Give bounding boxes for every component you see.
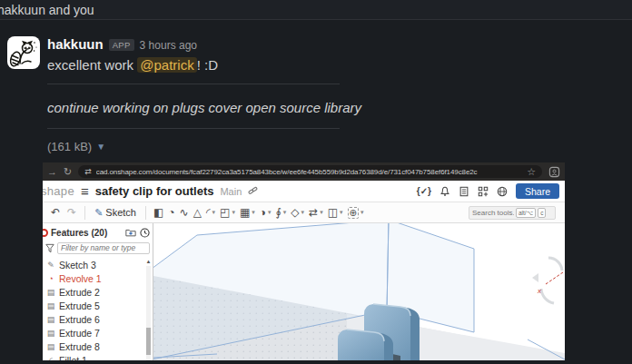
raccoon-avatar-art — [7, 36, 40, 69]
tool-plane-icon: ◇▾ — [289, 206, 306, 219]
feature-item-extrude-8: ▤Extrude 8 — [43, 339, 145, 353]
attachment-divider-top — [47, 84, 340, 84]
x-axis-indicator: x — [537, 272, 563, 295]
revolve-icon: ◔ — [46, 274, 55, 283]
tool-loft-icon: △ — [192, 206, 203, 219]
tool-linear-pattern-icon: ▦▾ — [238, 206, 257, 219]
dropdown-caret-icon: ▾ — [360, 209, 364, 216]
attachment-title: continue working on plugs cover open sou… — [47, 99, 621, 117]
tool-shell-icon: ◰▾ — [218, 206, 237, 219]
avatar[interactable] — [7, 36, 40, 69]
file-size: (161 kB) — [47, 140, 92, 153]
share-button: Share — [516, 183, 559, 199]
scroll-up-icon: ▲ — [145, 258, 152, 265]
extrude-icon: ▤ — [46, 301, 55, 310]
feature-item-extrude-5: ▤Extrude 5 — [43, 299, 145, 312]
dropdown-caret-icon: ▾ — [268, 209, 272, 216]
feature-item-fillet-1: ◜Fillet 1 — [43, 353, 145, 360]
attachment-preview-image[interactable]: → ↻ ⇄ cad.onshape.com/documents/fcaf2279… — [43, 162, 565, 360]
feature-item-extrude-2: ▤Extrude 2 — [43, 285, 145, 299]
message-timestamp[interactable]: 3 hours ago — [140, 39, 197, 52]
pencil-icon: ✎ — [94, 207, 103, 219]
cad-model-scene: x — [153, 223, 565, 360]
feature-item-extrude-6: ▤Extrude 6 — [43, 312, 145, 326]
scrollbar-thumb — [146, 328, 151, 355]
message-username[interactable]: hakkuun — [47, 36, 104, 52]
tool-assembly-cube-icon: ◫▾ — [326, 206, 345, 219]
channel-title[interactable]: hakkuun and you — [0, 3, 94, 17]
collapse-caret-icon[interactable]: ▼ — [96, 142, 105, 152]
fillet-icon: ◜ — [46, 356, 55, 361]
hamburger-menu-icon: ≡ — [81, 183, 89, 199]
features-scrollbar: ▲ — [145, 258, 152, 360]
part-studio-icon — [43, 229, 48, 237]
attachment-divider-bottom — [47, 128, 340, 129]
file-meta-row: (161 kB) ▼ — [47, 140, 621, 153]
tool-fillet-icon: ◜▾ — [204, 206, 217, 219]
url-bar: ⇄ cad.onshape.com/documents/fcaf22792ca3… — [78, 165, 542, 178]
tool-section-view-icon: ◑▾ — [258, 206, 273, 219]
search-tools-box: alt/⌥ c — [469, 206, 556, 220]
search-tools-input — [472, 209, 514, 217]
forward-icon: → — [47, 167, 57, 177]
notifications-bell-icon — [439, 186, 450, 197]
feature-item-sketch-3: ✎Sketch 3 — [43, 258, 145, 271]
onshape-header: shape ≡ safety clip for outlets Main {✓} — [43, 181, 565, 202]
document-title: safety clip for outlets — [95, 184, 214, 198]
help-globe-icon — [497, 186, 508, 197]
undo-icon: ↶ — [48, 206, 63, 219]
tool-origin-icon: ⊕▾ — [346, 207, 366, 219]
history-clock-icon — [140, 228, 150, 238]
redo-icon: ↷ — [64, 206, 79, 219]
dropdown-caret-icon: ▾ — [212, 209, 216, 216]
dropdown-caret-icon: ▾ — [320, 209, 323, 216]
features-panel-title: Features (20) — [51, 228, 107, 238]
url-text: cad.onshape.com/documents/fcaf22792ca3a5… — [96, 168, 522, 176]
tab-search-icon: ⇄ — [84, 168, 92, 176]
onshape-logo: shape — [43, 184, 74, 198]
tool-extrude-icon: ◧ — [152, 206, 165, 219]
features-list: ✎Sketch 3◔Revolve 1▤Extrude 2▤Extrude 5▤… — [43, 258, 145, 360]
kbd-alt: alt/⌥ — [516, 208, 536, 218]
channel-header: hakkuun and you — [0, 0, 632, 20]
workspace-label: Main — [220, 186, 242, 197]
dropdown-caret-icon: ▾ — [283, 209, 287, 216]
filter-funnel-icon — [45, 243, 54, 253]
dropdown-caret-icon: ▾ — [340, 209, 343, 216]
tool-helix-icon: ∮▾ — [274, 206, 289, 219]
message-text: excellent work @patrick! :D — [47, 55, 621, 74]
extrude-icon: ▤ — [46, 315, 55, 324]
link-icon — [248, 186, 258, 196]
extrude-icon: ▤ — [46, 288, 55, 297]
onshape-toolbar: ↶ ↷ ✎ Sketch ◧◔∿△◜▾◰▾▦▾◑▾∮▾◇▾⇄▾◫▾⊕▾ alt/… — [43, 202, 565, 223]
browser-toolbar: → ↻ ⇄ cad.onshape.com/documents/fcaf2279… — [43, 162, 565, 181]
sketch-button: ✎ Sketch — [91, 207, 140, 219]
message: hakkuun APP 3 hours ago excellent work @… — [0, 20, 632, 360]
tool-sweep-icon: ∿ — [178, 206, 191, 219]
document-list-icon — [459, 186, 469, 197]
featurescript-icon: {✓} — [417, 186, 431, 196]
sketch-icon: ✎ — [46, 261, 55, 270]
feature-filter-input — [57, 242, 150, 254]
feature-item-revolve-1: ◔Revolve 1 — [43, 271, 145, 285]
browser-profile-icon — [548, 166, 560, 178]
dropdown-caret-icon: ▾ — [232, 209, 235, 216]
extrude-icon: ▤ — [46, 329, 55, 338]
tool-revolve-icon: ◔ — [166, 206, 176, 219]
reload-icon: ↻ — [64, 167, 72, 177]
extrude-icon: ▤ — [46, 342, 55, 351]
kbd-c: c — [538, 208, 546, 218]
new-folder-icon — [125, 228, 136, 237]
tool-transform-icon: ⇄▾ — [307, 206, 325, 219]
features-panel: Features (20) — [43, 223, 153, 360]
pan-left-arrow — [532, 273, 538, 282]
feature-item-extrude-7: ▤Extrude 7 — [43, 326, 145, 339]
viewport-3d: x — [153, 223, 565, 360]
dropdown-caret-icon: ▾ — [252, 209, 255, 216]
bookmark-star-icon: ☆ — [527, 167, 536, 177]
mention-patrick[interactable]: @patrick — [137, 57, 196, 73]
message-text-prefix: excellent work — [47, 57, 137, 73]
dropdown-caret-icon: ▾ — [301, 209, 305, 216]
app-badge: APP — [109, 39, 134, 51]
message-text-suffix: ! :D — [197, 57, 218, 73]
